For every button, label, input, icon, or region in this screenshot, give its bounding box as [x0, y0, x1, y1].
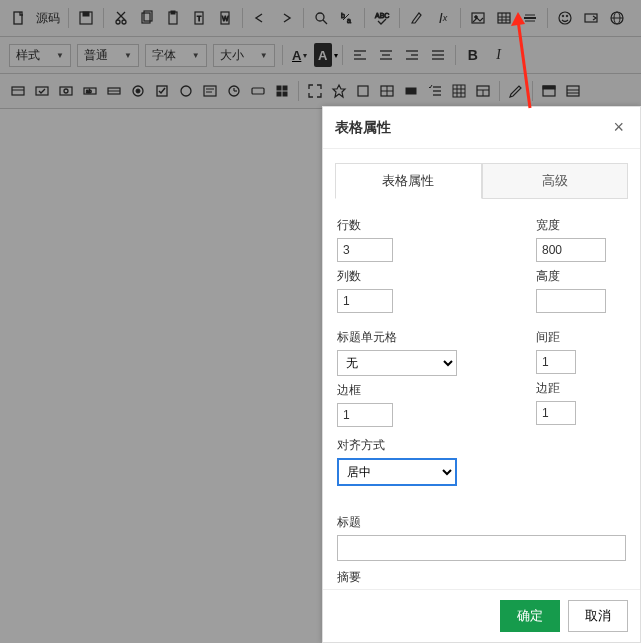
align-right-icon[interactable] — [400, 43, 424, 67]
align-select[interactable]: 居中 — [337, 458, 457, 486]
size-select[interactable]: 大小 — [213, 44, 275, 67]
font-select[interactable]: 字体 — [145, 44, 207, 67]
source-button[interactable]: 源码 — [33, 6, 63, 30]
save-icon[interactable] — [74, 6, 98, 30]
radio-icon[interactable] — [127, 80, 149, 102]
rows-input[interactable] — [337, 238, 393, 262]
ok-button[interactable]: 确定 — [500, 600, 560, 632]
italic-button[interactable]: I — [487, 43, 511, 67]
table-header-icon[interactable] — [538, 80, 560, 102]
cancel-button[interactable]: 取消 — [568, 600, 628, 632]
select-form-icon[interactable] — [103, 80, 125, 102]
emoji-icon[interactable] — [553, 6, 577, 30]
svg-rect-73 — [283, 92, 287, 96]
svg-rect-93 — [543, 86, 555, 89]
svg-point-31 — [559, 12, 571, 24]
bg-color-button[interactable]: A — [314, 43, 332, 67]
dialog-tabs: 表格属性 高级 — [335, 163, 628, 199]
text-color-button[interactable]: A▾ — [288, 43, 312, 67]
form-icon[interactable] — [7, 80, 29, 102]
tab-advanced[interactable]: 高级 — [482, 163, 629, 199]
width-input[interactable] — [536, 238, 606, 262]
svg-rect-83 — [453, 85, 465, 97]
globe-icon[interactable] — [605, 6, 629, 30]
svg-rect-2 — [83, 12, 89, 16]
bold-button[interactable]: B — [461, 43, 485, 67]
star-icon[interactable] — [328, 80, 350, 102]
outline-icon[interactable] — [352, 80, 374, 102]
textfield-icon[interactable]: ab — [79, 80, 101, 102]
height-input[interactable] — [536, 289, 606, 313]
style-select[interactable]: 样式 — [9, 44, 71, 67]
replace-icon[interactable]: ba — [335, 6, 359, 30]
caption-input[interactable] — [337, 535, 626, 561]
checkbox-form-icon[interactable] — [31, 80, 53, 102]
paste-word-icon[interactable]: W — [213, 6, 237, 30]
filled-rect-icon[interactable] — [400, 80, 422, 102]
svg-text:W: W — [222, 15, 229, 22]
grid-icon[interactable] — [448, 80, 470, 102]
svg-rect-79 — [406, 88, 416, 94]
clock-icon[interactable] — [223, 80, 245, 102]
svg-point-62 — [181, 86, 191, 96]
toolbar-row-3: ab — [0, 74, 641, 109]
format-select[interactable]: 普通 — [77, 44, 139, 67]
svg-rect-0 — [14, 12, 22, 24]
button-icon[interactable] — [247, 80, 269, 102]
copy-icon[interactable] — [135, 6, 159, 30]
dialog-title: 表格属性 — [335, 119, 391, 137]
cols-input[interactable] — [337, 289, 393, 313]
border-input[interactable] — [337, 403, 393, 427]
paste-text-icon[interactable]: T — [187, 6, 211, 30]
radio-form-icon[interactable] — [55, 80, 77, 102]
svg-marker-74 — [333, 85, 345, 97]
header-cells-label: 标题单元格 — [337, 329, 520, 346]
circle-icon[interactable] — [175, 80, 197, 102]
table-icon[interactable] — [492, 6, 516, 30]
image-icon[interactable] — [466, 6, 490, 30]
align-left-icon[interactable] — [348, 43, 372, 67]
svg-text:T: T — [197, 15, 202, 22]
fullscreen-icon[interactable] — [304, 80, 326, 102]
align-center-icon[interactable] — [374, 43, 398, 67]
cell-padding-input[interactable] — [536, 401, 576, 425]
caption-label: 标题 — [337, 514, 626, 531]
pencil-icon[interactable] — [505, 80, 527, 102]
data-icon[interactable] — [271, 80, 293, 102]
textarea-icon[interactable] — [199, 80, 221, 102]
svg-rect-53 — [60, 87, 72, 95]
height-label: 高度 — [536, 268, 626, 285]
table2-icon[interactable] — [376, 80, 398, 102]
checkbox-icon[interactable] — [151, 80, 173, 102]
close-icon[interactable]: × — [609, 117, 628, 138]
layout-icon[interactable] — [472, 80, 494, 102]
list-check-icon[interactable] — [424, 80, 446, 102]
cell-padding-label: 边距 — [536, 380, 626, 397]
svg-point-60 — [136, 89, 140, 93]
table-data-icon[interactable] — [562, 80, 584, 102]
special-char-icon[interactable] — [579, 6, 603, 30]
undo-icon[interactable] — [248, 6, 272, 30]
tab-table-properties[interactable]: 表格属性 — [335, 163, 482, 199]
svg-text:ABC: ABC — [375, 12, 389, 19]
svg-point-54 — [64, 89, 68, 93]
svg-rect-10 — [171, 11, 175, 14]
cell-spacing-input[interactable] — [536, 350, 576, 374]
svg-text:ab: ab — [86, 88, 92, 94]
header-cells-select[interactable]: 无 — [337, 350, 457, 376]
hr-icon[interactable] — [518, 6, 542, 30]
paste-icon[interactable] — [161, 6, 185, 30]
svg-rect-72 — [277, 92, 281, 96]
svg-rect-69 — [252, 88, 264, 94]
svg-point-6 — [122, 20, 126, 24]
new-page-icon[interactable] — [7, 6, 31, 30]
find-icon[interactable] — [309, 6, 333, 30]
cut-icon[interactable] — [109, 6, 133, 30]
redo-icon[interactable] — [274, 6, 298, 30]
highlight-icon[interactable] — [405, 6, 429, 30]
svg-rect-94 — [567, 86, 579, 96]
remove-format-icon[interactable]: Ix — [431, 6, 455, 30]
cols-label: 列数 — [337, 268, 520, 285]
align-justify-icon[interactable] — [426, 43, 450, 67]
spellcheck-icon[interactable]: ABC — [370, 6, 394, 30]
